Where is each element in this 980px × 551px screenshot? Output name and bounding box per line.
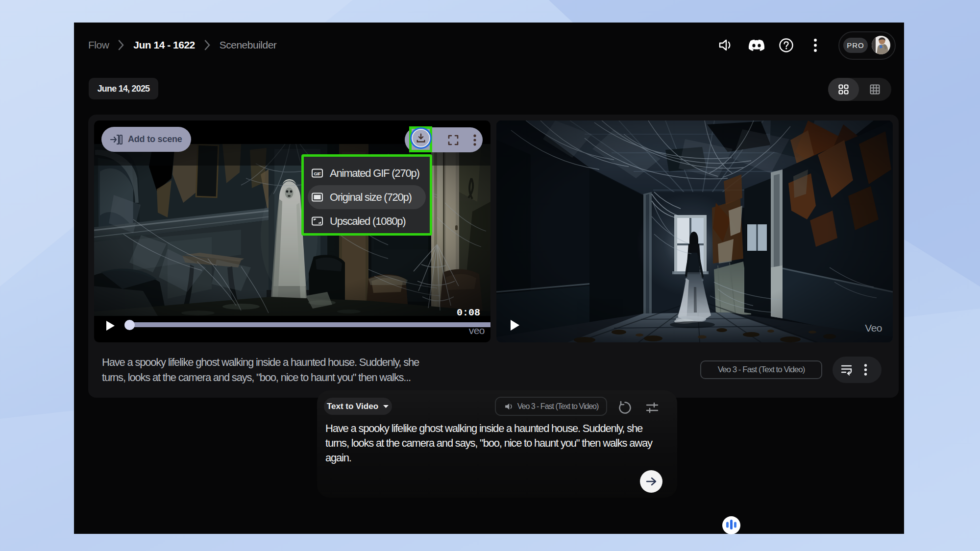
svg-text:GIF: GIF [314, 171, 321, 176]
